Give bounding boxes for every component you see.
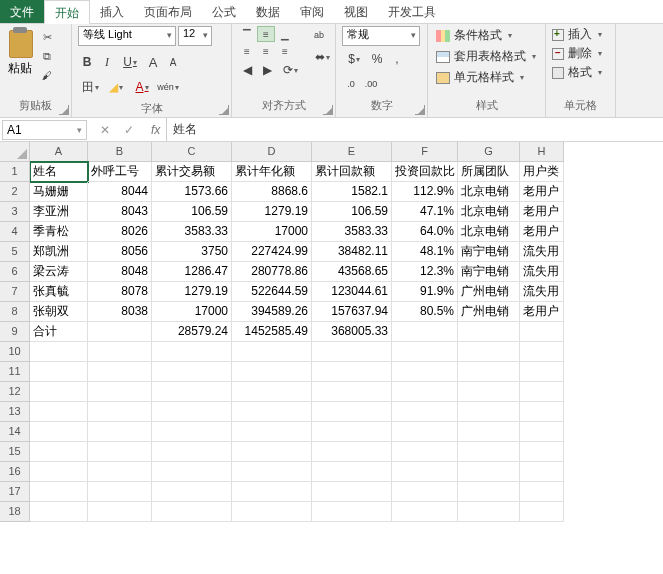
row-header-9[interactable]: 9 xyxy=(0,322,30,342)
cell-C11[interactable] xyxy=(152,362,232,382)
cell-G3[interactable]: 北京电销 xyxy=(458,202,520,222)
cell-C13[interactable] xyxy=(152,402,232,422)
delete-cells-button[interactable]: 删除 xyxy=(552,45,602,62)
row-header-10[interactable]: 10 xyxy=(0,342,30,362)
cell-H18[interactable] xyxy=(520,502,564,522)
tab-formula[interactable]: 公式 xyxy=(202,0,246,23)
cell-H4[interactable]: 老用户 xyxy=(520,222,564,242)
cell-H1[interactable]: 用户类 xyxy=(520,162,564,182)
cell-H5[interactable]: 流失用 xyxy=(520,242,564,262)
cell-H7[interactable]: 流失用 xyxy=(520,282,564,302)
cell-E17[interactable] xyxy=(312,482,392,502)
cell-A15[interactable] xyxy=(30,442,88,462)
col-header-G[interactable]: G xyxy=(458,142,520,162)
number-format-select[interactable]: 常规 xyxy=(342,26,420,46)
cell-A3[interactable]: 李亚洲 xyxy=(30,202,88,222)
cell-D4[interactable]: 17000 xyxy=(232,222,312,242)
row-header-13[interactable]: 13 xyxy=(0,402,30,422)
format-painter-button[interactable] xyxy=(38,67,56,83)
align-center-button[interactable]: ≡ xyxy=(257,43,275,59)
decrease-decimal-button[interactable]: .00 xyxy=(362,75,380,93)
conditional-format-button[interactable]: 条件格式 xyxy=(434,26,514,45)
cell-G14[interactable] xyxy=(458,422,520,442)
shrink-font-button[interactable]: A xyxy=(164,53,182,71)
cell-C18[interactable] xyxy=(152,502,232,522)
cell-B15[interactable] xyxy=(88,442,152,462)
cell-H16[interactable] xyxy=(520,462,564,482)
comma-button[interactable]: , xyxy=(388,50,406,68)
cell-C14[interactable] xyxy=(152,422,232,442)
bold-button[interactable]: B xyxy=(78,53,96,71)
cell-G5[interactable]: 南宁电销 xyxy=(458,242,520,262)
cell-A14[interactable] xyxy=(30,422,88,442)
cell-F11[interactable] xyxy=(392,362,458,382)
merge-button[interactable]: ⬌ xyxy=(310,48,334,66)
cell-G8[interactable]: 广州电销 xyxy=(458,302,520,322)
cell-D12[interactable] xyxy=(232,382,312,402)
cell-F4[interactable]: 64.0% xyxy=(392,222,458,242)
row-header-17[interactable]: 17 xyxy=(0,482,30,502)
cell-B5[interactable]: 8056 xyxy=(88,242,152,262)
row-header-6[interactable]: 6 xyxy=(0,262,30,282)
percent-button[interactable]: % xyxy=(368,50,386,68)
cell-G17[interactable] xyxy=(458,482,520,502)
cell-A5[interactable]: 郑凯洲 xyxy=(30,242,88,262)
cell-D16[interactable] xyxy=(232,462,312,482)
indent-decrease-button[interactable]: ◀ xyxy=(238,61,256,79)
cell-A11[interactable] xyxy=(30,362,88,382)
cell-D5[interactable]: 227424.99 xyxy=(232,242,312,262)
cell-F8[interactable]: 80.5% xyxy=(392,302,458,322)
cell-D11[interactable] xyxy=(232,362,312,382)
cell-H14[interactable] xyxy=(520,422,564,442)
cell-D10[interactable] xyxy=(232,342,312,362)
row-header-2[interactable]: 2 xyxy=(0,182,30,202)
cell-C1[interactable]: 累计交易额 xyxy=(152,162,232,182)
cell-E7[interactable]: 123044.61 xyxy=(312,282,392,302)
cell-A8[interactable]: 张朝双 xyxy=(30,302,88,322)
cell-C3[interactable]: 106.59 xyxy=(152,202,232,222)
cell-B4[interactable]: 8026 xyxy=(88,222,152,242)
col-header-E[interactable]: E xyxy=(312,142,392,162)
cell-H6[interactable]: 流失用 xyxy=(520,262,564,282)
cell-G7[interactable]: 广州电销 xyxy=(458,282,520,302)
wrap-text-button[interactable]: ab xyxy=(310,26,328,44)
cell-F5[interactable]: 48.1% xyxy=(392,242,458,262)
cell-A7[interactable]: 张真毓 xyxy=(30,282,88,302)
cell-H2[interactable]: 老用户 xyxy=(520,182,564,202)
align-bottom-button[interactable]: ▁ xyxy=(276,26,294,42)
cell-C8[interactable]: 17000 xyxy=(152,302,232,322)
cell-H10[interactable] xyxy=(520,342,564,362)
cell-D2[interactable]: 8868.6 xyxy=(232,182,312,202)
tab-dev[interactable]: 开发工具 xyxy=(378,0,446,23)
cell-B1[interactable]: 外呼工号 xyxy=(88,162,152,182)
cell-F16[interactable] xyxy=(392,462,458,482)
cell-F18[interactable] xyxy=(392,502,458,522)
tab-start[interactable]: 开始 xyxy=(44,0,90,24)
col-header-D[interactable]: D xyxy=(232,142,312,162)
tab-view[interactable]: 视图 xyxy=(334,0,378,23)
cell-D13[interactable] xyxy=(232,402,312,422)
cell-G11[interactable] xyxy=(458,362,520,382)
align-top-button[interactable]: ▔ xyxy=(238,26,256,42)
row-header-16[interactable]: 16 xyxy=(0,462,30,482)
cell-E16[interactable] xyxy=(312,462,392,482)
cell-C5[interactable]: 3750 xyxy=(152,242,232,262)
cell-B11[interactable] xyxy=(88,362,152,382)
orientation-button[interactable]: ⟳ xyxy=(278,61,302,79)
cell-H11[interactable] xyxy=(520,362,564,382)
col-header-A[interactable]: A xyxy=(30,142,88,162)
cell-E9[interactable]: 368005.33 xyxy=(312,322,392,342)
clipboard-expand-icon[interactable] xyxy=(59,105,69,115)
cell-A18[interactable] xyxy=(30,502,88,522)
increase-decimal-button[interactable]: .0 xyxy=(342,75,360,93)
font-name-select[interactable]: 等线 Light xyxy=(78,26,176,46)
grow-font-button[interactable]: A xyxy=(144,53,162,71)
font-expand-icon[interactable] xyxy=(219,105,229,115)
cell-B6[interactable]: 8048 xyxy=(88,262,152,282)
cell-F13[interactable] xyxy=(392,402,458,422)
cell-A2[interactable]: 马姗姗 xyxy=(30,182,88,202)
cell-B16[interactable] xyxy=(88,462,152,482)
table-format-button[interactable]: 套用表格格式 xyxy=(434,47,538,66)
cell-C17[interactable] xyxy=(152,482,232,502)
cell-D8[interactable]: 394589.26 xyxy=(232,302,312,322)
